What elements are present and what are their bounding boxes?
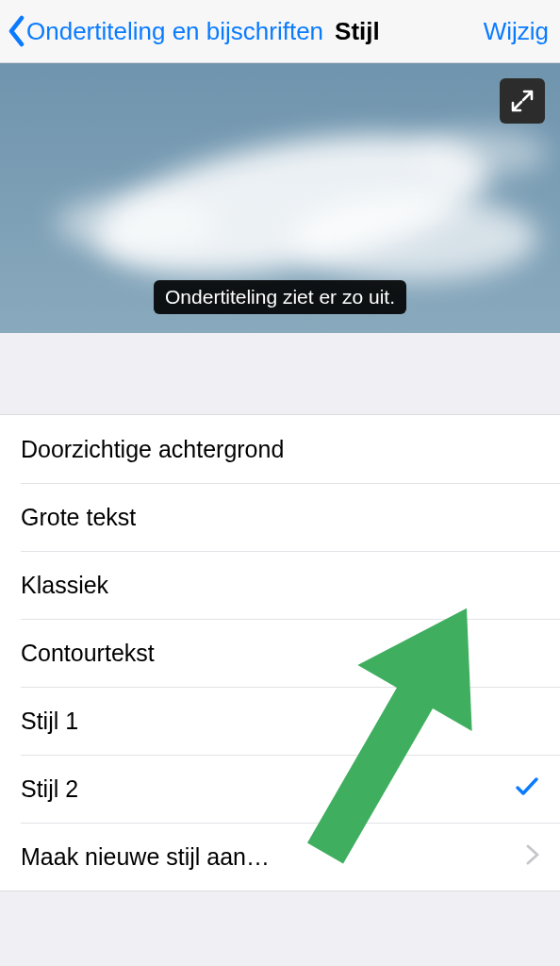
style-option-label: Contourtekst [21, 640, 539, 667]
page-title: Stijl [335, 19, 380, 43]
spacer [0, 333, 560, 414]
expand-icon [510, 89, 535, 113]
style-option-label: Stijl 1 [21, 708, 539, 735]
back-label: Ondertiteling en bijschriften [26, 19, 323, 43]
style-option-style-1[interactable]: Stijl 1 [0, 687, 560, 755]
edit-button[interactable]: Wijzig [484, 19, 549, 43]
style-option-label: Klassiek [21, 572, 539, 599]
chevron-right-icon [526, 843, 539, 871]
navbar: Ondertiteling en bijschriften Stijl Wijz… [0, 0, 560, 63]
checkmark-icon [515, 775, 539, 803]
create-new-style-label: Maak nieuwe stijl aan… [21, 843, 526, 871]
style-option-large-text[interactable]: Grote tekst [0, 483, 560, 551]
back-button[interactable]: Ondertiteling en bijschriften [8, 15, 323, 47]
style-list: Doorzichtige achtergrond Grote tekst Kla… [0, 414, 560, 891]
create-new-style[interactable]: Maak nieuwe stijl aan… [0, 823, 560, 891]
fullscreen-button[interactable] [500, 78, 545, 124]
style-option-style-2[interactable]: Stijl 2 [0, 755, 560, 823]
subtitle-preview: Ondertiteling ziet er zo uit. [0, 63, 560, 333]
style-option-label: Stijl 2 [21, 775, 515, 803]
style-option-transparent-bg[interactable]: Doorzichtige achtergrond [0, 415, 560, 483]
style-option-classic[interactable]: Klassiek [0, 551, 560, 619]
subtitle-sample-text: Ondertiteling ziet er zo uit. [154, 280, 406, 314]
style-option-label: Grote tekst [21, 504, 539, 531]
style-option-label: Doorzichtige achtergrond [21, 436, 539, 463]
style-option-outline-text[interactable]: Contourtekst [0, 619, 560, 687]
chevron-left-icon [8, 15, 26, 47]
